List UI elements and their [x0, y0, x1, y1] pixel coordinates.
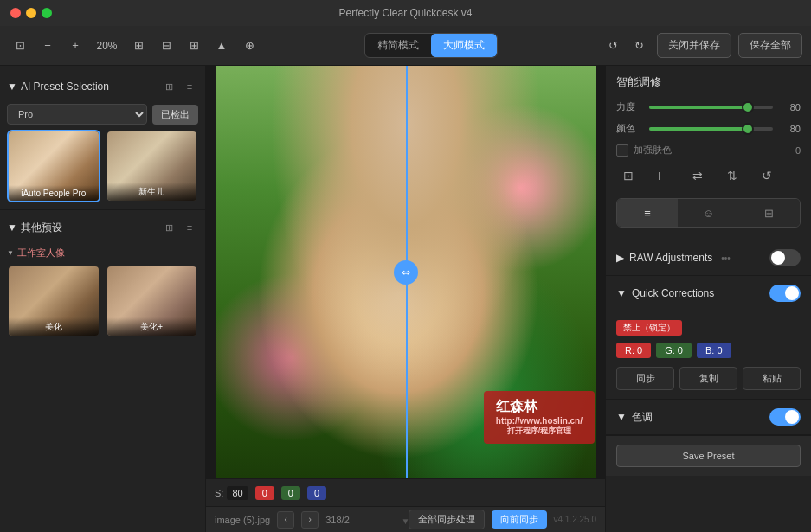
master-mode-btn[interactable]: 大师模式	[431, 34, 497, 57]
simple-mode-btn[interactable]: 精简模式	[365, 34, 431, 57]
redo-btn[interactable]: ↻	[628, 35, 650, 57]
detect-btn[interactable]: 已检出	[152, 105, 198, 125]
raw-more[interactable]: •••	[721, 253, 731, 263]
target-icon-btn[interactable]: ⊡	[9, 35, 31, 57]
maximize-dot[interactable]	[42, 8, 52, 18]
color-track[interactable]	[649, 127, 773, 131]
qc-toggle[interactable]	[769, 285, 801, 302]
crop-tool-icon[interactable]: ⊡	[616, 163, 640, 188]
undo-redo-group: ↺ ↻	[602, 35, 650, 57]
other-list-btn[interactable]: ≡	[181, 219, 198, 236]
strength-fill	[649, 106, 748, 109]
raw-toggle[interactable]	[769, 249, 801, 266]
exposure-indicator: S: 80	[215, 486, 248, 500]
color-thumb[interactable]	[742, 123, 754, 135]
exposure-label: S:	[215, 488, 223, 498]
ai-preset-header[interactable]: ▼ AI Preset Selection ⊞ ≡	[7, 73, 198, 100]
preset-select[interactable]: Pro	[7, 104, 147, 125]
sub-label-1: 美化	[9, 317, 99, 336]
compare-btn[interactable]: ⊕	[238, 35, 261, 57]
close-dot[interactable]	[10, 8, 21, 18]
strength-track[interactable]	[649, 106, 773, 109]
titlebar: Perfectly Clear Quickdesk v4	[0, 0, 811, 26]
canvas-area: ⇔ 红森林 http://www.hoslin.cn/ 打开程序/程序官理 S:…	[206, 66, 605, 532]
mode-switcher: 精简模式 大师模式	[364, 33, 498, 58]
quick-corrections-header[interactable]: ▼ Quick Corrections	[606, 276, 811, 311]
exposure-s-value: 80	[227, 486, 248, 500]
grid-btn[interactable]: ⊞	[183, 35, 205, 57]
other-section-actions: ⊞ ≡	[160, 219, 198, 236]
preset-label-2: 新生儿	[107, 183, 197, 201]
straighten-tool-icon[interactable]: ⊢	[651, 163, 675, 188]
color-tune-chevron: ▼	[616, 411, 627, 423]
preset-item-2[interactable]: 新生儿	[106, 130, 199, 202]
watermark-url: http://www.hoslin.cn/	[496, 416, 583, 426]
triangle-btn[interactable]: ▲	[210, 35, 233, 57]
undo-btn[interactable]: ↺	[602, 35, 624, 57]
toolbar: ⊡ − + 20% ⊞ ⊟ ⊞ ▲ ⊕ 精简模式 大师模式 ↺ ↻ 关闭并保存 …	[0, 26, 811, 66]
zoom-minus-btn[interactable]: −	[36, 35, 59, 57]
chevron-icon-other: ▼	[7, 221, 17, 234]
sub-section-title: 工作室人像	[17, 247, 65, 260]
tab-face[interactable]: ☺	[678, 199, 738, 227]
page-info: 318/2	[325, 515, 350, 525]
sub-preset-2[interactable]: 美化+	[106, 265, 199, 337]
preset-item-1[interactable]: iAuto People Pro	[7, 130, 100, 202]
preset-grid: iAuto People Pro 新生儿	[7, 130, 198, 209]
qc-paste-btn[interactable]: 粘贴	[743, 367, 801, 390]
section-actions: ⊞ ≡	[160, 78, 198, 95]
sub-chevron-icon: ▼	[7, 249, 14, 257]
prev-image-btn[interactable]: ‹	[277, 511, 294, 529]
layout-2-btn[interactable]: ⊟	[155, 35, 177, 57]
next-image-btn[interactable]: ›	[301, 511, 319, 529]
qc-copy-btn[interactable]: 复制	[679, 367, 737, 390]
preset-label-1: iAuto People Pro	[9, 185, 99, 201]
sync-all-btn[interactable]: 全部同步处理	[409, 510, 485, 529]
ai-preset-title: ▼ AI Preset Selection	[7, 80, 109, 93]
enhance-skin-label: 加强肤色	[634, 144, 672, 157]
raw-adjustments-header[interactable]: ▶ RAW Adjustments •••	[606, 240, 811, 276]
save-all-btn[interactable]: 保存全部	[738, 33, 802, 58]
qc-title: ▼ Quick Corrections	[616, 287, 714, 299]
color-tune-knob	[785, 410, 799, 424]
rotate-icon[interactable]: ↺	[755, 163, 779, 188]
window-controls[interactable]	[10, 8, 52, 18]
strength-thumb[interactable]	[742, 101, 754, 113]
tab-layers[interactable]: ⊞	[739, 199, 800, 227]
image-container[interactable]: ⇔ 红森林 http://www.hoslin.cn/ 打开程序/程序官理	[206, 66, 605, 478]
grid-view-btn[interactable]: ⊞	[160, 78, 177, 95]
qc-sync-btn[interactable]: 同步	[616, 367, 674, 390]
zoom-plus-btn[interactable]: +	[64, 35, 87, 57]
minimize-dot[interactable]	[26, 8, 36, 18]
layout-1-btn[interactable]: ⊞	[127, 35, 150, 57]
main-content: ▼ AI Preset Selection ⊞ ≡ Pro 已检出	[0, 66, 811, 532]
rgb-r-chip: R: 0	[616, 343, 651, 358]
compare-handle[interactable]: ⇔	[394, 260, 418, 285]
enhance-skin-checkbox[interactable]	[616, 144, 628, 157]
color-row: 颜色 80	[616, 122, 801, 135]
mirror-h-icon[interactable]: ⇄	[685, 163, 710, 188]
close-save-btn[interactable]: 关闭并保存	[657, 33, 731, 58]
preset-controls: Pro 已检出	[7, 100, 198, 130]
forward-sync-btn[interactable]: 向前同步	[492, 510, 547, 529]
raw-toggle-knob	[771, 251, 785, 265]
tab-sliders[interactable]: ≡	[617, 199, 678, 227]
exposure-b-chip: 0	[307, 486, 326, 500]
sub-section-header[interactable]: ▼ 工作室人像	[7, 241, 198, 265]
ai-preset-section: ▼ AI Preset Selection ⊞ ≡ Pro 已检出	[0, 66, 205, 209]
strength-row: 力度 80	[616, 100, 801, 113]
qc-tag-red: 禁止（锁定）	[616, 320, 682, 336]
sub-preset-1[interactable]: 美化	[7, 265, 100, 337]
smart-adjust-section: 智能调修 力度 80 颜色 80	[606, 66, 811, 240]
other-presets-header[interactable]: ▼ 其他预设 ⊞ ≡	[7, 214, 198, 241]
color-label: 颜色	[616, 122, 642, 135]
strength-value: 80	[780, 102, 801, 112]
watermark-overlay: 红森林 http://www.hoslin.cn/ 打开程序/程序官理	[484, 391, 595, 444]
exposure-r-chip: 0	[255, 486, 274, 500]
mirror-v-icon[interactable]: ⇅	[720, 163, 744, 188]
other-grid-btn[interactable]: ⊞	[160, 219, 177, 236]
save-preset-btn[interactable]: Save Preset	[616, 445, 801, 467]
color-tune-header[interactable]: ▼ 色调	[606, 400, 811, 435]
list-view-btn[interactable]: ≡	[181, 78, 198, 95]
color-tune-toggle[interactable]	[769, 408, 801, 426]
